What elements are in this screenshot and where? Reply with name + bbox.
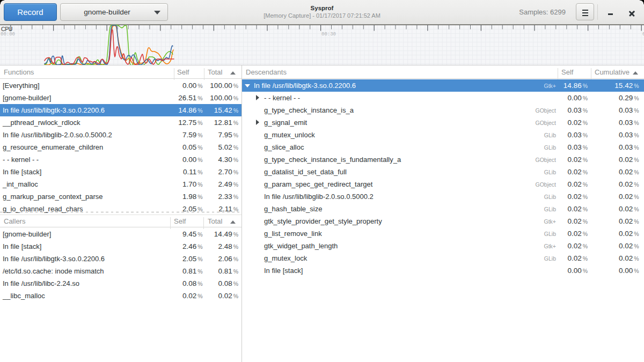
svg-text:00:00: 00:00: [1, 32, 15, 37]
svg-text:00:30: 00:30: [321, 32, 336, 37]
svg-text:CPU: CPU: [1, 26, 12, 32]
